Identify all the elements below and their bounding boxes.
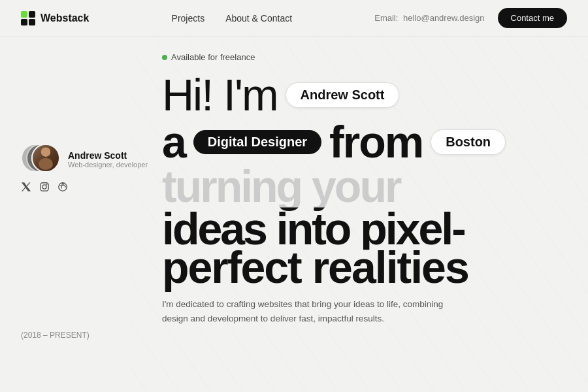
hero-content: Available for freelance Hi! I'm Andrew S…: [152, 52, 567, 392]
available-badge: Available for freelance: [162, 52, 567, 62]
logo[interactable]: Webstack: [21, 11, 89, 25]
hero-sub-text: I'm dedicated to crafting websites that …: [162, 297, 449, 325]
svg-point-10: [46, 184, 48, 186]
avatar: [31, 144, 60, 172]
hero-heading: Hi! I'm Andrew Scott a Digital Designer …: [162, 73, 567, 289]
profile-role: Web-designer, developer: [68, 161, 148, 169]
hero-lines-3-4: turning your ideas into pixel- turning y…: [162, 165, 567, 250]
available-dot: [162, 55, 167, 60]
x-icon[interactable]: [21, 182, 33, 193]
profile-info: Andrew Scott Web-designer, developer: [68, 150, 148, 169]
svg-point-9: [42, 185, 46, 189]
svg-rect-4: [21, 19, 27, 25]
hero-line-1: Hi! I'm Andrew Scott: [162, 73, 567, 117]
nav-projects[interactable]: Projects: [172, 13, 205, 24]
navbar: Webstack Projects About & Contact Email:…: [0, 0, 588, 37]
sidebar: Andrew Scott Web-designer, developer: [21, 52, 152, 392]
webstack-logo-icon: [21, 11, 35, 25]
hero-word-a: a: [162, 120, 186, 164]
svg-point-7: [39, 158, 53, 170]
profile-section: Andrew Scott Web-designer, developer: [21, 144, 152, 175]
pill-designer: Digital Designer: [193, 130, 321, 154]
email-value: hello@andrew.design: [403, 13, 485, 23]
nav-about[interactable]: About & Contact: [225, 13, 292, 24]
contact-button[interactable]: Contact me: [498, 8, 567, 28]
avatar-stack: [21, 144, 60, 175]
pill-boston: Boston: [431, 129, 506, 155]
nav-links: Projects About & Contact: [172, 13, 293, 24]
logo-text: Webstack: [41, 12, 89, 24]
main-content: Andrew Scott Web-designer, developer: [0, 37, 588, 392]
svg-point-6: [41, 147, 51, 157]
svg-rect-3: [29, 11, 35, 18]
svg-rect-8: [41, 183, 48, 191]
pill-name: Andrew Scott: [286, 82, 400, 108]
email-label: Email:: [374, 13, 398, 23]
available-text: Available for freelance: [171, 52, 255, 62]
hero-word-hi: Hi! I'm: [162, 73, 278, 117]
svg-rect-5: [29, 19, 35, 25]
profile-name: Andrew Scott: [68, 150, 148, 161]
hero-word-from: from: [329, 120, 423, 164]
nav-email: Email: hello@andrew.design: [374, 13, 487, 23]
hero-line5-dark: ideas into pixel-: [162, 208, 465, 250]
hero-line-5: perfect realities: [162, 245, 567, 289]
svg-rect-2: [21, 11, 27, 18]
dribbble-icon[interactable]: [57, 182, 69, 193]
nav-right: Email: hello@andrew.design Contact me: [374, 8, 567, 28]
hero-line-2: a Digital Designer from Boston: [162, 120, 567, 164]
social-icons: [21, 182, 152, 193]
hero-line3: turning your: [162, 165, 465, 208]
instagram-icon[interactable]: [39, 182, 51, 193]
